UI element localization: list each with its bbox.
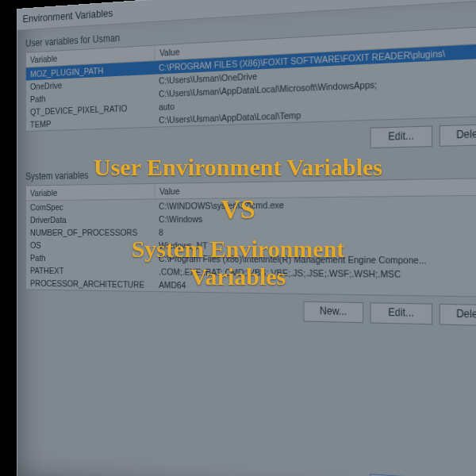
cell-value: C:\Windows xyxy=(155,210,476,226)
table-row[interactable]: DriverDataC:\Windows xyxy=(26,210,476,226)
env-vars-dialog: Environment Variables User variables for… xyxy=(17,0,476,476)
system-new-button[interactable]: New... xyxy=(303,301,363,324)
user-delete-button[interactable]: Delete xyxy=(440,124,476,147)
cell-variable: PROCESSOR_ARCHITECTURE xyxy=(26,277,155,291)
column-header-variable[interactable]: Variable xyxy=(26,184,155,200)
cell-value: Windows_NT xyxy=(155,239,476,253)
system-edit-button[interactable]: Edit... xyxy=(370,302,432,324)
cell-variable: OS xyxy=(26,239,155,252)
system-vars-table[interactable]: Variable Value ComSpecC:\WINDOWS\system3… xyxy=(25,178,476,298)
cell-variable: Path xyxy=(26,251,155,265)
user-edit-button[interactable]: Edit... xyxy=(370,125,432,148)
system-delete-button[interactable]: Delete xyxy=(440,304,476,327)
table-row[interactable]: NUMBER_OF_PROCESSORS8 xyxy=(26,225,476,239)
cell-variable: ComSpec xyxy=(26,200,155,214)
cell-variable: NUMBER_OF_PROCESSORS xyxy=(26,226,155,240)
cell-variable: DriverData xyxy=(26,213,155,226)
cell-value: 8 xyxy=(155,225,476,239)
cell-variable: PATHEXT xyxy=(26,264,155,278)
